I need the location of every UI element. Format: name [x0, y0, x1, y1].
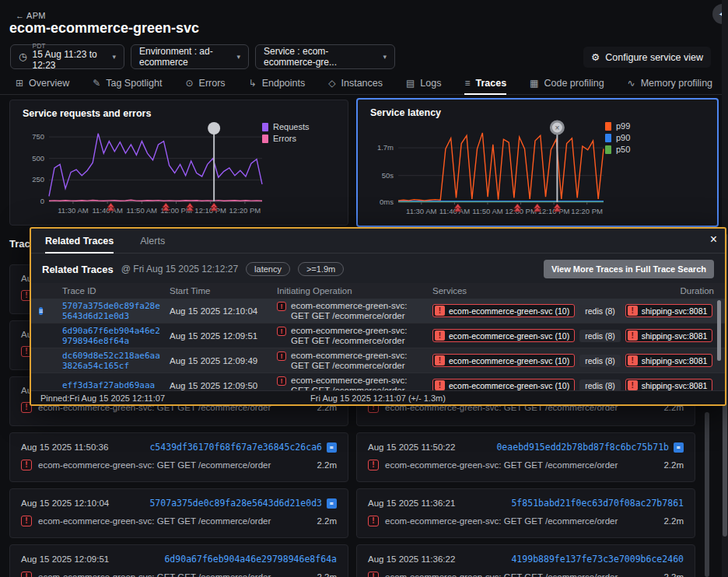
- tab-instances[interactable]: ◇Instances: [328, 72, 383, 94]
- tab-logs[interactable]: ▤Logs: [406, 72, 441, 94]
- errors-icon: ⊙: [186, 78, 194, 89]
- tab-related-traces[interactable]: Related Traces: [45, 229, 114, 253]
- copy-icon[interactable]: ≡: [674, 442, 684, 453]
- error-icon: !: [368, 572, 379, 577]
- svg-text:250: 250: [32, 175, 44, 184]
- service-value: Service : ecom-ecommerce-gre...: [264, 46, 374, 68]
- service-pill[interactable]: redis (8): [579, 305, 621, 317]
- trace-id-link[interactable]: 6d90a67f6eb904a46e29798946e8f64a: [164, 554, 337, 565]
- service-dropdown[interactable]: Service : ecom-ecommerce-gre... ▾: [255, 44, 395, 69]
- trace-card[interactable]: Aug 15 2025 11:36:215f851babd21f0ec63d70…: [356, 488, 695, 538]
- trace-card[interactable]: Aug 15 2025 12:10:045707a375de0c89fa28e5…: [9, 488, 348, 538]
- clock-icon: ◷: [19, 51, 26, 62]
- environment-dropdown[interactable]: Environment : ad-ecommerce ▾: [131, 44, 249, 69]
- time-range-picker[interactable]: ◷ PDT 15 Aug 11:23 to 12:23 ▾: [10, 44, 124, 69]
- code-profiling-icon: ▦: [530, 78, 538, 89]
- table-row[interactable]: 6d90a67f6eb904a46e29798946e8f64a Aug 15 …: [31, 323, 725, 348]
- memory-profiling-icon: ∿: [628, 78, 635, 89]
- error-icon: !: [435, 380, 445, 390]
- gear-icon: ⚙: [591, 51, 600, 63]
- error-icon: !: [277, 327, 286, 336]
- tag-spotlight-icon: ✎: [93, 78, 100, 89]
- requests-errors-chart-panel[interactable]: Service requests and errors 025050075011…: [9, 100, 348, 226]
- service-pill[interactable]: !ecom-ecommerce-green-svc (10): [432, 329, 575, 342]
- service-latency-chart-panel[interactable]: Service latency 0ms50s1.7m11:30 AM11:40 …: [356, 98, 719, 227]
- tab-tag-spotlight[interactable]: ✎Tag Spotlight: [93, 72, 162, 94]
- trace-id-link[interactable]: 5707a375de0c89fa28e5643d6d21e0d3: [62, 301, 163, 321]
- service-pill[interactable]: redis (8): [579, 355, 621, 367]
- trace-id-link[interactable]: 5707a375de0c89fa28e5643d6d21e0d3≡: [149, 498, 337, 509]
- p50-swatch: [605, 145, 611, 154]
- tab-memory-profiling[interactable]: ∿Memory profiling: [628, 72, 712, 94]
- chevron-down-icon: ▾: [112, 53, 116, 61]
- duration: 2.2m: [663, 516, 684, 526]
- error-icon: !: [435, 355, 445, 365]
- trace-id-link[interactable]: 5f851babd21f0ec63d70f08ac27b7861: [511, 498, 684, 509]
- service-latency-chart[interactable]: 0ms50s1.7m11:30 AM11:40 AM11:50 AM12:00 …: [364, 120, 613, 222]
- threshold-pill[interactable]: >=1.9m: [298, 262, 344, 276]
- service-pill[interactable]: !shipping-svc:8081: [625, 329, 713, 342]
- tab-errors[interactable]: ⊙Errors: [186, 72, 226, 94]
- trace-id-link[interactable]: dc609d8e52c218ae6aa3826a54c165cf: [62, 351, 163, 371]
- error-icon: !: [628, 306, 638, 316]
- copy-icon[interactable]: ≡: [327, 442, 337, 453]
- svg-text:11:30 AM: 11:30 AM: [406, 207, 437, 215]
- service-pill[interactable]: !shipping-svc:8081: [625, 354, 713, 367]
- tab-overview[interactable]: ⊞Overview: [16, 72, 69, 94]
- requests-swatch: [262, 123, 268, 131]
- metric-pill[interactable]: latency: [246, 262, 290, 276]
- table-header: Trace ID Start Time Initiating Operation…: [31, 283, 725, 299]
- list-scrollbar[interactable]: [705, 412, 709, 577]
- error-icon: !: [368, 516, 379, 526]
- trace-id-link[interactable]: 6d90a67f6eb904a46e29798946e8f64a: [62, 326, 163, 346]
- service-pill[interactable]: !ecom-ecommerce-green-svc (10): [432, 304, 575, 317]
- trace-id-link[interactable]: c5439df36170f68f67a7e36845c26ca6≡: [149, 442, 337, 453]
- trace-card[interactable]: Aug 15 2025 11:50:220eaebd915edd2b78bd87…: [356, 432, 695, 482]
- svg-text:0ms: 0ms: [380, 198, 394, 206]
- configure-service-view-button[interactable]: ⚙ Configure service view: [583, 47, 711, 68]
- service-pill[interactable]: redis (8): [579, 330, 621, 342]
- svg-text:50s: 50s: [382, 171, 394, 180]
- trace-id-link[interactable]: eff3d3af27abd69aaa: [62, 380, 163, 390]
- tab-endpoints[interactable]: ↳Endpoints: [249, 72, 306, 94]
- modal-tabbar: Related Traces Alerts: [31, 229, 725, 254]
- p99-swatch: [605, 122, 611, 131]
- trace-card[interactable]: Aug 15 2025 11:36:224199b889fe137fe73c3e…: [356, 544, 695, 577]
- trace-card[interactable]: Aug 15 2025 11:50:36c5439df36170f68f67a7…: [9, 432, 348, 482]
- svg-text:750: 750: [32, 132, 44, 141]
- svg-text:1.7m: 1.7m: [377, 143, 394, 152]
- close-icon[interactable]: ×: [710, 233, 717, 247]
- trace-id-link[interactable]: 4199b889fe137fe73c3e7009b6ce2460: [511, 554, 684, 565]
- table-row[interactable]: dc609d8e52c218ae6aa3826a54c165cf Aug 15 …: [31, 348, 725, 373]
- chevron-down-icon: ▾: [383, 53, 387, 61]
- modal-timestamp: @ Fri Aug 15 2025 12:12:27: [121, 264, 238, 275]
- error-icon: !: [277, 376, 286, 386]
- error-icon: !: [277, 351, 286, 361]
- time-range-value: 15 Aug 11:23 to 12:23: [32, 49, 103, 71]
- view-more-traces-button[interactable]: View More Traces in Full Trace Search: [544, 260, 714, 278]
- tab-code-profiling[interactable]: ▦Code profiling: [530, 72, 604, 94]
- requests-errors-chart[interactable]: 025050075011:30 AM11:40 AM11:50 AM12:00 …: [15, 121, 271, 222]
- chevron-down-icon: ▾: [236, 53, 240, 61]
- error-icon: !: [435, 330, 445, 341]
- duration: 2.2m: [663, 460, 684, 470]
- trace-drilldown-icon[interactable]: ≡: [39, 307, 43, 315]
- modal-title: Related Traces: [42, 264, 114, 275]
- chart-title: Service requests and errors: [23, 108, 151, 119]
- tab-traces[interactable]: ≡Traces: [464, 72, 506, 94]
- trace-id-link[interactable]: 0eaebd915edd2b78bd87f8c6bc75b71b≡: [496, 442, 684, 453]
- duration: 2.2m: [663, 572, 684, 577]
- table-row[interactable]: ≡ 5707a375de0c89fa28e5643d6d21e0d3 Aug 1…: [31, 299, 725, 323]
- trace-card[interactable]: Aug 15 2025 12:09:516d90a67f6eb904a46e29…: [9, 544, 348, 577]
- error-icon: !: [368, 460, 379, 470]
- page-title: ecom-ecommerce-green-svc: [9, 20, 199, 37]
- service-tabbar: ⊞Overview ✎Tag Spotlight ⊙Errors ↳Endpoi…: [0, 72, 728, 95]
- service-pill[interactable]: !ecom-ecommerce-green-svc (10): [432, 354, 575, 367]
- tab-alerts[interactable]: Alerts: [140, 229, 165, 253]
- svg-text:11:50 AM: 11:50 AM: [472, 207, 503, 215]
- endpoints-icon: ↳: [249, 78, 257, 89]
- copy-icon[interactable]: ≡: [327, 498, 337, 509]
- modal-scrollbar-thumb[interactable]: [717, 300, 721, 361]
- service-pill[interactable]: !shipping-svc:8081: [625, 304, 713, 317]
- chart-legend: p99 p90 p50: [605, 121, 630, 154]
